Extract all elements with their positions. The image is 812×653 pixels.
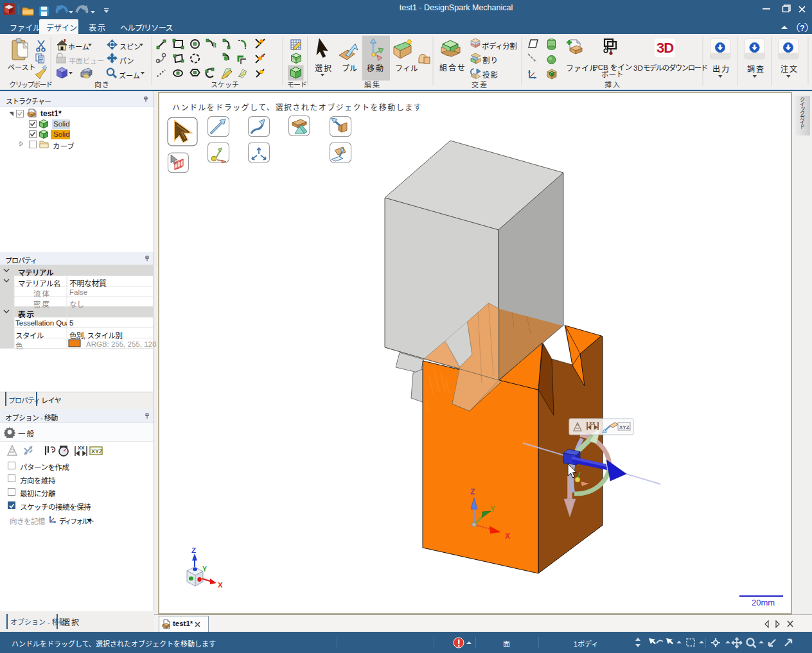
svg-text:XX: XX — [78, 445, 85, 451]
svg-text:Y: Y — [490, 505, 495, 514]
svg-text:?: ? — [800, 24, 804, 33]
svg-text:Y: Y — [202, 565, 207, 573]
svg-text:X: X — [218, 581, 223, 589]
svg-text:XX: XX — [589, 421, 596, 426]
svg-text:Z: Z — [470, 487, 475, 496]
svg-text:X: X — [505, 532, 510, 541]
svg-text:XYZ: XYZ — [619, 424, 630, 430]
svg-text:Z: Z — [191, 546, 196, 554]
svg-text:XYZ: XYZ — [91, 448, 103, 455]
svg-text:3D: 3D — [657, 40, 673, 56]
